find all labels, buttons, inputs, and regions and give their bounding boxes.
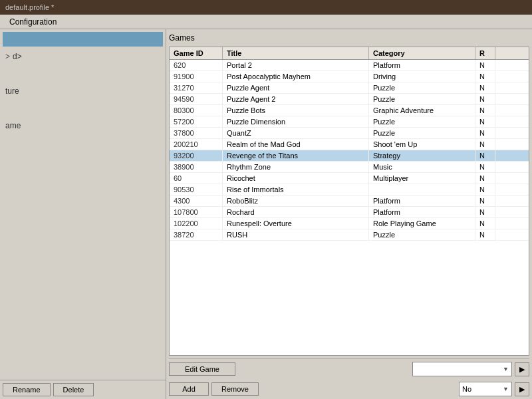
- cell-category: Puzzle: [369, 229, 475, 240]
- table-row[interactable]: 31270 Puzzle Agent Puzzle N: [170, 82, 529, 94]
- cell-category: Puzzle: [369, 94, 475, 104]
- cell-gameid: 102200: [170, 218, 223, 229]
- games-table: Game ID Title Category R 620 Portal 2 Pl…: [169, 47, 529, 356]
- cell-r: N: [475, 162, 495, 172]
- cell-category: Driving: [369, 71, 475, 82]
- cell-category: Graphic Adventure: [369, 105, 475, 116]
- table-row[interactable]: 93200 Revenge of the Titans Strategy N: [170, 150, 529, 162]
- no-scroll-button[interactable]: ▶: [515, 382, 529, 396]
- cell-gameid: 37800: [170, 128, 223, 138]
- table-body[interactable]: 620 Portal 2 Platform N 91900 Post Apoca…: [170, 60, 529, 355]
- table-row[interactable]: 90530 Rise of Immortals N: [170, 184, 529, 196]
- no-dropdown[interactable]: No ▼: [459, 382, 512, 396]
- left-item-ture[interactable]: ture: [0, 84, 166, 98]
- table-row[interactable]: 102200 Runespell: Overture Role Playing …: [170, 218, 529, 229]
- cell-r: N: [475, 82, 495, 93]
- cell-title: Post Apocalyptic Mayhem: [223, 71, 369, 82]
- cell-gameid: 4300: [170, 196, 223, 206]
- no-dropdown-value: No: [462, 385, 471, 393]
- cell-category: Multiplayer: [369, 173, 475, 184]
- remove-button[interactable]: Remove: [211, 382, 259, 396]
- delete-button[interactable]: Delete: [53, 383, 94, 396]
- dropdown-arrow-icon: ▼: [503, 366, 509, 372]
- cell-r: N: [475, 128, 495, 138]
- table-row[interactable]: 4300 RoboBlitz Platform N: [170, 196, 529, 207]
- add-button[interactable]: Add: [169, 382, 209, 396]
- cell-gameid: 620: [170, 60, 223, 70]
- cell-r: N: [475, 94, 495, 104]
- rename-button[interactable]: Rename: [3, 383, 51, 396]
- cell-title: Revenge of the Titans: [223, 150, 369, 161]
- cell-r: N: [475, 150, 495, 161]
- cell-category: Role Playing Game: [369, 218, 475, 229]
- cell-title: RUSH: [223, 229, 369, 240]
- cell-gameid: 200210: [170, 139, 223, 150]
- cell-gameid: 90530: [170, 184, 223, 195]
- cell-gameid: 31270: [170, 82, 223, 93]
- cell-gameid: 107800: [170, 207, 223, 217]
- table-header: Game ID Title Category R: [170, 47, 529, 60]
- cell-category: Music: [369, 162, 475, 172]
- cell-category: Shoot 'em Up: [369, 139, 475, 150]
- table-row[interactable]: 57200 Puzzle Dimension Puzzle N: [170, 116, 529, 128]
- left-item-ame[interactable]: ame: [0, 118, 166, 133]
- cell-r: N: [475, 105, 495, 116]
- category-dropdown[interactable]: ▼: [412, 362, 512, 376]
- cell-r: N: [475, 207, 495, 217]
- cell-title: Realm of the Mad God: [223, 139, 369, 150]
- table-row[interactable]: 38900 Rhythm Zone Music N: [170, 162, 529, 173]
- col-category: Category: [369, 47, 475, 59]
- table-row[interactable]: 91900 Post Apocalyptic Mayhem Driving N: [170, 71, 529, 82]
- cell-category: Puzzle: [369, 128, 475, 138]
- cell-category: Puzzle: [369, 82, 475, 93]
- left-selected-item[interactable]: [3, 32, 163, 47]
- cell-title: Puzzle Bots: [223, 105, 369, 116]
- cell-title: Puzzle Agent 2: [223, 94, 369, 104]
- no-dropdown-arrow-icon: ▼: [503, 386, 509, 392]
- cell-gameid: 57200: [170, 116, 223, 127]
- title-bar: default.profile *: [0, 0, 532, 15]
- table-row[interactable]: 107800 Rochard Platform N: [170, 207, 529, 218]
- cell-r: N: [475, 60, 495, 70]
- table-row[interactable]: 38720 RUSH Puzzle N: [170, 229, 529, 241]
- cell-r: N: [475, 218, 495, 229]
- cell-gameid: 60: [170, 173, 223, 184]
- cell-title: Puzzle Agent: [223, 82, 369, 93]
- cell-gameid: 93200: [170, 150, 223, 161]
- cell-title: RoboBlitz: [223, 196, 369, 206]
- left-panel: d> ture ame Rename Delete: [0, 29, 166, 399]
- cell-category: [369, 184, 475, 195]
- cell-gameid: 80300: [170, 105, 223, 116]
- table-row[interactable]: 80300 Puzzle Bots Graphic Adventure N: [170, 105, 529, 116]
- scroll-button-right[interactable]: ▶: [515, 362, 529, 376]
- left-item-d[interactable]: d>: [0, 49, 166, 64]
- table-row[interactable]: 60 Ricochet Multiplayer N: [170, 173, 529, 184]
- cell-r: N: [475, 116, 495, 127]
- table-row[interactable]: 620 Portal 2 Platform N: [170, 60, 529, 71]
- cell-gameid: 94590: [170, 94, 223, 104]
- cell-category: Platform: [369, 60, 475, 70]
- col-r: R: [475, 47, 495, 59]
- cell-category: Platform: [369, 196, 475, 206]
- cell-title: QuantZ: [223, 128, 369, 138]
- menu-configuration[interactable]: Configuration: [5, 16, 61, 28]
- cell-title: Rochard: [223, 207, 369, 217]
- cell-r: N: [475, 184, 495, 195]
- cell-title: Ricochet: [223, 173, 369, 184]
- cell-gameid: 38720: [170, 229, 223, 240]
- cell-r: N: [475, 173, 495, 184]
- cell-title: Portal 2: [223, 60, 369, 70]
- games-label: Games: [169, 32, 529, 44]
- edit-game-button[interactable]: Edit Game: [169, 362, 235, 376]
- table-row[interactable]: 37800 QuantZ Puzzle N: [170, 128, 529, 139]
- title-text: default.profile *: [5, 3, 54, 11]
- cell-r: N: [475, 196, 495, 206]
- table-row[interactable]: 200210 Realm of the Mad God Shoot 'em Up…: [170, 139, 529, 150]
- cell-title: Runespell: Overture: [223, 218, 369, 229]
- table-row[interactable]: 94590 Puzzle Agent 2 Puzzle N: [170, 94, 529, 105]
- right-panel: Games Game ID Title Category R 620 Porta…: [166, 29, 532, 399]
- col-gameid: Game ID: [170, 47, 223, 59]
- cell-category: Platform: [369, 207, 475, 217]
- cell-gameid: 91900: [170, 71, 223, 82]
- cell-r: N: [475, 229, 495, 240]
